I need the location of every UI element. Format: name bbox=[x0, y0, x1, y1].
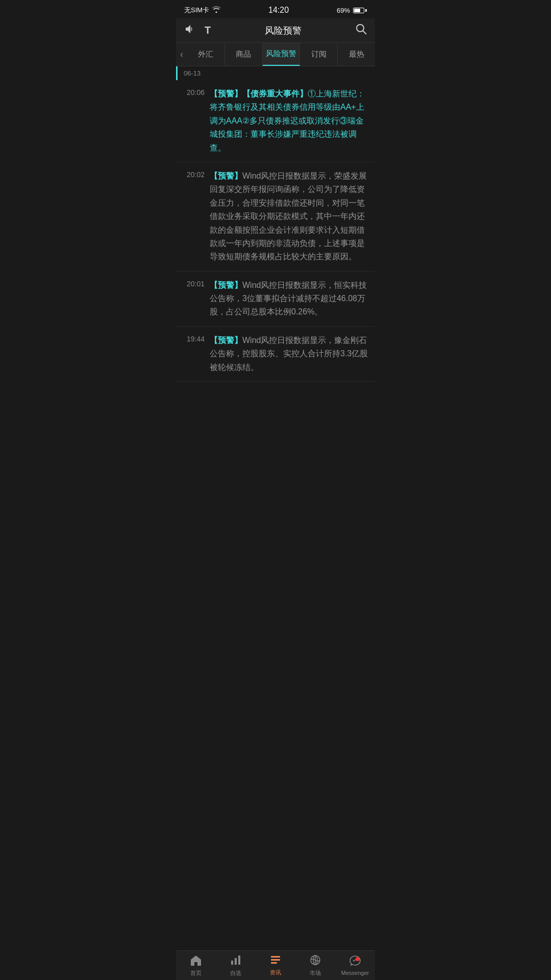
svg-rect-6 bbox=[271, 959, 280, 961]
svg-rect-4 bbox=[238, 955, 240, 965]
page-title: 风险预警 bbox=[265, 24, 302, 37]
battery-icon bbox=[353, 8, 367, 13]
svg-point-0 bbox=[357, 24, 364, 32]
svg-rect-7 bbox=[271, 962, 277, 964]
news-item-1[interactable]: 20:06 【预警】【债券重大事件】①上海新世纪：将齐鲁银行及其相关债券信用等级… bbox=[176, 80, 375, 162]
tab-hot[interactable]: 最热 bbox=[338, 43, 375, 65]
status-right: 69% bbox=[337, 7, 367, 14]
carrier-text: 无SIM卡 bbox=[184, 6, 209, 15]
header-left-icons: T bbox=[184, 24, 211, 36]
nav-home-label: 首页 bbox=[190, 969, 202, 977]
tab-prev-btn[interactable]: ‹ bbox=[176, 43, 187, 66]
market-icon bbox=[310, 954, 321, 968]
status-time: 14:20 bbox=[268, 6, 289, 15]
news-item-3[interactable]: 20:01 【预警】Wind风控日报数据显示，恒实科技公告称，3位董事拟合计减持… bbox=[176, 272, 375, 327]
nav-news-label: 资讯 bbox=[270, 969, 281, 976]
volume-icon[interactable] bbox=[184, 24, 195, 36]
status-bar: 无SIM卡 14:20 69% bbox=[176, 0, 375, 18]
nav-messenger[interactable]: Messenger bbox=[335, 955, 375, 976]
svg-line-1 bbox=[363, 31, 367, 35]
news-feed: 06-13 20:06 【预警】【债券重大事件】①上海新世纪：将齐鲁银行及其相关… bbox=[176, 66, 375, 980]
tab-risk-warning[interactable]: 风险预警 bbox=[263, 43, 300, 66]
news-icon bbox=[270, 955, 281, 967]
nav-market[interactable]: 市场 bbox=[295, 954, 335, 977]
nav-market-label: 市场 bbox=[310, 969, 321, 977]
messenger-badge bbox=[356, 957, 360, 961]
news-time-2: 20:02 bbox=[182, 169, 205, 179]
nav-news[interactable]: 资讯 bbox=[256, 955, 295, 976]
svg-rect-5 bbox=[271, 956, 280, 958]
news-content-4: 【预警】Wind风控日报数据显示，豫金刚石公告称，控股股东、实控人合计所持3.3… bbox=[210, 334, 369, 374]
nav-home[interactable]: 首页 bbox=[176, 954, 216, 977]
tab-commodities[interactable]: 商品 bbox=[225, 43, 263, 65]
nav-watchlist-label: 自选 bbox=[230, 969, 241, 977]
bottom-nav: 首页 自选 资讯 bbox=[176, 950, 375, 980]
app-header: T 风险预警 bbox=[176, 18, 375, 43]
nav-messenger-label: Messenger bbox=[341, 970, 369, 976]
tab-bar: ‹ 外汇 商品 风险预警 订阅 最热 bbox=[176, 43, 375, 66]
search-icon[interactable] bbox=[356, 23, 367, 37]
date-divider: 06-13 bbox=[176, 66, 375, 80]
battery-percent: 69% bbox=[337, 7, 350, 14]
font-size-icon[interactable]: T bbox=[205, 24, 211, 36]
news-item-2[interactable]: 20:02 【预警】Wind风控日报数据显示，荣盛发展回复深交所年报问询函称，公… bbox=[176, 162, 375, 272]
news-time-1: 20:06 bbox=[182, 87, 205, 96]
news-content-3: 【预警】Wind风控日报数据显示，恒实科技公告称，3位董事拟合计减持不超过46.… bbox=[210, 279, 369, 319]
news-tag-3: 【预警】 bbox=[210, 281, 242, 289]
status-left: 无SIM卡 bbox=[184, 6, 220, 15]
news-content-1: 【预警】【债券重大事件】①上海新世纪：将齐鲁银行及其相关债券信用等级由AA+上调… bbox=[210, 87, 369, 155]
news-tag-4: 【预警】 bbox=[210, 336, 242, 345]
news-tag-2: 【预警】 bbox=[210, 172, 242, 180]
news-content-2: 【预警】Wind风控日报数据显示，荣盛发展回复深交所年报问询函称，公司为了降低资… bbox=[210, 169, 369, 264]
tab-subscription[interactable]: 订阅 bbox=[300, 43, 338, 65]
tab-foreign-exchange[interactable]: 外汇 bbox=[187, 43, 225, 65]
news-tag-1: 【预警】【债券重大事件】 bbox=[210, 89, 308, 98]
messenger-icon bbox=[349, 955, 361, 968]
svg-rect-2 bbox=[231, 961, 233, 965]
nav-watchlist[interactable]: 自选 bbox=[216, 954, 256, 977]
news-item-4[interactable]: 19:44 【预警】Wind风控日报数据显示，豫金刚石公告称，控股股东、实控人合… bbox=[176, 327, 375, 382]
home-icon bbox=[190, 954, 202, 968]
news-time-3: 20:01 bbox=[182, 279, 205, 288]
watchlist-icon bbox=[230, 954, 241, 968]
wifi-icon bbox=[212, 6, 220, 14]
news-time-4: 19:44 bbox=[182, 334, 205, 343]
svg-rect-3 bbox=[235, 958, 237, 965]
